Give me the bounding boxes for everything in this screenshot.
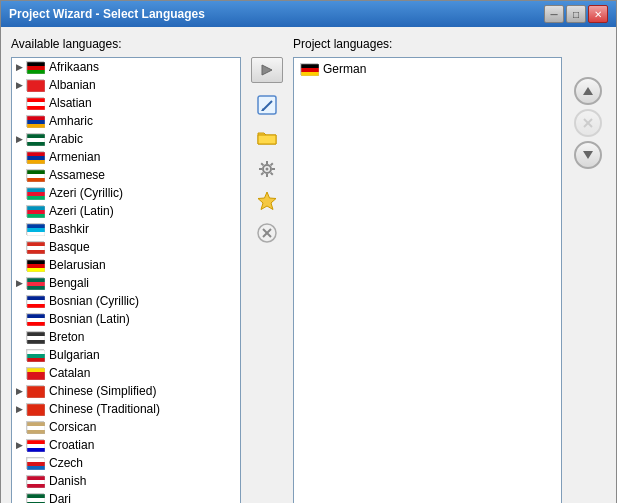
flag-icon <box>26 115 44 127</box>
language-name: Bulgarian <box>49 348 100 362</box>
list-item[interactable]: Belarusian <box>12 256 240 274</box>
flag-icon <box>26 475 44 487</box>
list-item[interactable]: Azeri (Latin) <box>12 202 240 220</box>
list-item[interactable]: Bashkir <box>12 220 240 238</box>
list-item[interactable]: Alsatian <box>12 94 240 112</box>
settings-button[interactable] <box>251 155 283 183</box>
svg-rect-93 <box>27 480 45 484</box>
flag-icon <box>26 277 44 289</box>
language-name: Corsican <box>49 420 96 434</box>
title-bar-controls: ─ □ ✕ <box>544 5 608 23</box>
svg-rect-6 <box>27 88 45 92</box>
list-item[interactable]: Bulgarian <box>12 346 240 364</box>
list-item[interactable]: Bosnian (Cyrillic) <box>12 292 240 310</box>
language-name: Arabic <box>49 132 83 146</box>
svg-rect-40 <box>27 242 45 246</box>
delete-button[interactable] <box>574 109 602 137</box>
svg-rect-12 <box>27 116 45 120</box>
expand-arrow-icon: ▶ <box>16 440 24 450</box>
move-down-button[interactable] <box>574 141 602 169</box>
move-up-button[interactable] <box>574 77 602 105</box>
list-item[interactable]: Basque <box>12 238 240 256</box>
project-list-item[interactable]: German <box>296 60 559 78</box>
list-item[interactable]: Amharic <box>12 112 240 130</box>
list-item[interactable]: Catalan <box>12 364 240 382</box>
language-name: Dari <box>49 492 71 503</box>
list-item[interactable]: ▶ Chinese (Simplified) <box>12 382 240 400</box>
language-name: Breton <box>49 330 84 344</box>
svg-rect-42 <box>27 250 45 254</box>
list-item[interactable]: Azeri (Cyrillic) <box>12 184 240 202</box>
language-name: Armenian <box>49 150 100 164</box>
svg-rect-64 <box>27 350 45 354</box>
list-item[interactable]: Corsican <box>12 418 240 436</box>
svg-rect-92 <box>27 476 45 480</box>
list-item[interactable]: Assamese <box>12 166 240 184</box>
svg-rect-78 <box>27 412 45 416</box>
minimize-button[interactable]: ─ <box>544 5 564 23</box>
list-item[interactable]: ▶ Chinese (Traditional) <box>12 400 240 418</box>
flag-icon <box>26 61 44 73</box>
expand-arrow-icon: ▶ <box>16 386 24 396</box>
svg-rect-110 <box>301 64 319 68</box>
svg-rect-30 <box>27 196 45 200</box>
list-item[interactable]: ▶ Bengali <box>12 274 240 292</box>
project-languages-list[interactable]: German <box>293 57 562 503</box>
available-languages-panel: Available languages: ▶ Afrikaans▶ Albani… <box>11 37 241 503</box>
main-row: Available languages: ▶ Afrikaans▶ Albani… <box>11 37 606 503</box>
flag-icon <box>26 241 44 253</box>
language-name: Catalan <box>49 366 90 380</box>
folder-icon <box>256 127 278 147</box>
flag-icon <box>26 151 44 163</box>
list-item[interactable]: Czech <box>12 454 240 472</box>
remove-button[interactable] <box>251 219 283 247</box>
svg-rect-14 <box>27 124 45 128</box>
list-item[interactable]: Bosnian (Latin) <box>12 310 240 328</box>
list-item[interactable]: Armenian <box>12 148 240 166</box>
list-item[interactable]: ▶ Afrikaans <box>12 58 240 76</box>
list-item[interactable]: Dari <box>12 490 240 503</box>
star-button[interactable] <box>251 187 283 215</box>
list-item[interactable]: ▶ Albanian <box>12 76 240 94</box>
svg-rect-60 <box>27 332 45 336</box>
right-arrow-icon <box>258 63 276 77</box>
flag-icon <box>26 439 44 451</box>
list-item[interactable]: ▶ Croatian <box>12 436 240 454</box>
add-language-button[interactable] <box>251 57 283 83</box>
svg-rect-90 <box>27 466 45 470</box>
svg-rect-17 <box>27 138 45 142</box>
edit-button[interactable] <box>251 91 283 119</box>
available-languages-label: Available languages: <box>11 37 241 51</box>
flag-icon <box>26 295 44 307</box>
expand-arrow-icon: ▶ <box>16 134 24 144</box>
list-item[interactable]: Danish <box>12 472 240 490</box>
svg-rect-84 <box>27 440 45 444</box>
folder-button[interactable] <box>251 123 283 151</box>
language-name: Assamese <box>49 168 105 182</box>
flag-icon <box>26 187 44 199</box>
available-languages-list[interactable]: ▶ Afrikaans▶ Albanian Alsatian Amharic▶ … <box>11 57 241 503</box>
main-window: Project Wizard - Select Languages ─ □ ✕ … <box>0 0 617 503</box>
svg-rect-81 <box>27 426 45 430</box>
list-item[interactable]: Breton <box>12 328 240 346</box>
flag-icon <box>26 205 44 217</box>
language-name: Czech <box>49 456 83 470</box>
language-name: Chinese (Simplified) <box>49 384 156 398</box>
flag-icon <box>26 403 44 415</box>
svg-rect-56 <box>27 314 45 318</box>
maximize-button[interactable]: □ <box>566 5 586 23</box>
star-icon <box>256 190 278 212</box>
flag-icon <box>26 133 44 145</box>
close-button[interactable]: ✕ <box>588 5 608 23</box>
svg-rect-61 <box>27 336 45 340</box>
language-name: Bengali <box>49 276 89 290</box>
svg-rect-72 <box>27 386 45 390</box>
middle-controls <box>249 37 285 503</box>
language-name: Basque <box>49 240 90 254</box>
svg-rect-54 <box>27 304 45 308</box>
svg-rect-16 <box>27 134 45 138</box>
list-item[interactable]: ▶ Arabic <box>12 130 240 148</box>
svg-marker-117 <box>583 151 593 159</box>
expand-arrow-icon: ▶ <box>16 80 24 90</box>
language-name: Bosnian (Latin) <box>49 312 130 326</box>
